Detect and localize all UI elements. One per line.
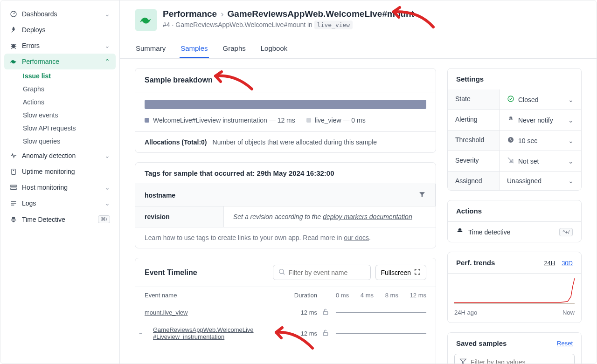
sidebar: Dashboards ⌄ Deploys Errors ⌄ Performanc… <box>0 0 120 364</box>
setting-row-threshold[interactable]: Threshold 10 sec⌄ <box>448 130 581 151</box>
card-title: Event Timeline <box>145 268 268 277</box>
event-link[interactable]: mount.live_view <box>145 309 188 316</box>
trend-end: Now <box>562 309 575 316</box>
sub-graphs[interactable]: Graphs <box>23 82 116 96</box>
sub-slow-events[interactable]: Slow events <box>23 109 116 122</box>
trend-24h-link[interactable]: 24H <box>544 260 555 267</box>
filter-input[interactable] <box>273 265 371 280</box>
nav-label: Errors <box>22 42 40 49</box>
timeline-header: Event name Duration 0 ms 4 ms 8 ms 12 ms <box>135 287 436 303</box>
tabs: Summary Samples Graphs Logbook <box>135 40 582 58</box>
nav-performance[interactable]: Performance ⌃ <box>4 54 116 69</box>
detective-icon <box>456 227 464 236</box>
search-icon <box>278 268 285 277</box>
nav-time-detective[interactable]: Time Detective ⌘/ <box>4 211 116 227</box>
timeline-row: mount.live_view 12 ms <box>135 303 436 322</box>
kbd-shortcut: ⌘/ <box>98 215 110 223</box>
nav-deploys[interactable]: Deploys <box>4 22 116 38</box>
chevron-down-icon: ⌄ <box>568 96 574 103</box>
saved-filter[interactable] <box>454 354 575 364</box>
tab-summary[interactable]: Summary <box>135 40 167 58</box>
svg-point-6 <box>279 269 284 274</box>
collapse-icon[interactable]: − <box>139 330 143 337</box>
host-icon <box>10 184 17 191</box>
chevron-down-icon: ⌄ <box>104 184 110 191</box>
namespace-code: live_view <box>314 21 353 29</box>
setting-row-severity[interactable]: Severity Not set⌄ <box>448 151 581 171</box>
event-bar <box>336 333 426 334</box>
card-title: Sample breakdown <box>145 76 213 84</box>
svg-point-1 <box>12 44 15 48</box>
filter-icon[interactable] <box>418 191 426 199</box>
filter-field[interactable] <box>288 269 370 276</box>
card-title: Actions <box>448 200 581 221</box>
nav-label: Performance <box>22 58 59 65</box>
nav-label: Deploys <box>22 26 46 34</box>
allocations-label: Allocations (Total:0) <box>145 138 207 146</box>
setting-row-assigned[interactable]: Assigned Unassigned⌄ <box>448 171 581 190</box>
setting-row-alerting[interactable]: Alerting Never notify⌄ <box>448 110 581 130</box>
action-label[interactable]: Time detective <box>468 228 511 236</box>
docs-link[interactable]: our docs <box>344 234 369 241</box>
tab-graphs[interactable]: Graphs <box>222 40 247 58</box>
clock-icon <box>507 136 514 145</box>
logs-icon <box>10 199 17 207</box>
breadcrumb-leaf: GameReviewsAppWeb.WelcomeLive#mount <box>228 9 415 19</box>
nav-anomaly[interactable]: Anomaly detection ⌄ <box>4 148 116 164</box>
rocket-icon <box>10 26 17 34</box>
svg-rect-5 <box>11 188 16 189</box>
sample-breakdown-card: Sample breakdown WelcomeLive#Liveview in… <box>135 68 436 153</box>
card-title: Perf. trends <box>456 259 539 267</box>
page-subtitle: #4 · GameReviewsAppWeb.WelcomeLive#mount… <box>163 21 414 28</box>
nav-host[interactable]: Host monitoring ⌄ <box>4 179 116 195</box>
tags-card: Tags for sample that occurred at: 29th M… <box>135 162 436 248</box>
tab-logbook[interactable]: Logbook <box>260 40 289 58</box>
chevron-down-icon: ⌄ <box>568 137 574 144</box>
svg-rect-8 <box>323 332 327 336</box>
allocations-desc: Number of objects that were allocated du… <box>213 138 377 146</box>
unlock-icon[interactable] <box>322 329 331 338</box>
sub-slow-queries[interactable]: Slow queries <box>23 135 116 148</box>
nav-label: Dashboards <box>22 10 57 18</box>
chevron-down-icon: ⌄ <box>568 158 574 165</box>
svg-point-3 <box>13 170 14 171</box>
nav-errors[interactable]: Errors ⌄ <box>4 38 116 54</box>
tab-samples[interactable]: Samples <box>180 40 208 58</box>
event-link[interactable]: GameReviewsAppWeb.WelcomeLive#Liveview_i… <box>153 326 254 340</box>
filter-icon <box>459 357 467 364</box>
gauge-icon <box>10 10 17 18</box>
sub-issue-list[interactable]: Issue list <box>23 69 116 82</box>
fullscreen-button[interactable]: Fullscreen <box>375 265 426 280</box>
tag-row-hostname: hostname <box>135 184 436 206</box>
deploy-markers-link[interactable]: deploy markers documentation <box>323 213 412 220</box>
perf-trends-card: Perf. trends 24H 30D 24H ago Now <box>447 252 582 323</box>
nav-uptime[interactable]: Uptime monitoring <box>4 164 116 179</box>
fullscreen-icon <box>414 268 421 277</box>
trend-30d-link[interactable]: 30D <box>562 260 573 267</box>
svg-point-9 <box>508 96 514 102</box>
setting-row-state[interactable]: State Closed⌄ <box>448 89 581 110</box>
unlock-icon[interactable] <box>322 308 331 317</box>
bell-off-icon <box>507 116 514 124</box>
chevron-down-icon: ⌄ <box>568 117 574 124</box>
nav-dashboards[interactable]: Dashboards ⌄ <box>4 6 116 22</box>
kbd-shortcut: ^+/ <box>559 228 573 236</box>
sub-actions[interactable]: Actions <box>23 96 116 109</box>
nav-label: Logs <box>22 199 36 207</box>
app-icon <box>135 9 157 31</box>
reset-link[interactable]: Reset <box>557 340 573 347</box>
breakdown-legend: WelcomeLive#Liveview instrumentation — 1… <box>145 117 426 124</box>
trend-start: 24H ago <box>454 309 477 316</box>
check-circle-icon <box>507 95 514 104</box>
event-bar <box>336 312 426 313</box>
tag-value: Set a revision according to the deploy m… <box>224 206 436 227</box>
saved-filter-field[interactable] <box>471 358 569 364</box>
page-header: Performance › GameReviewsAppWeb.WelcomeL… <box>120 0 597 59</box>
breadcrumb-root[interactable]: Performance <box>163 9 217 19</box>
nav-logs[interactable]: Logs ⌄ <box>4 195 116 211</box>
tags-title: Tags for sample that occurred at: 29th M… <box>135 163 436 184</box>
detective-icon <box>10 216 17 223</box>
tag-key: hostname <box>145 192 175 199</box>
sub-slow-api[interactable]: Slow API requests <box>23 122 116 135</box>
svg-rect-4 <box>11 185 16 186</box>
